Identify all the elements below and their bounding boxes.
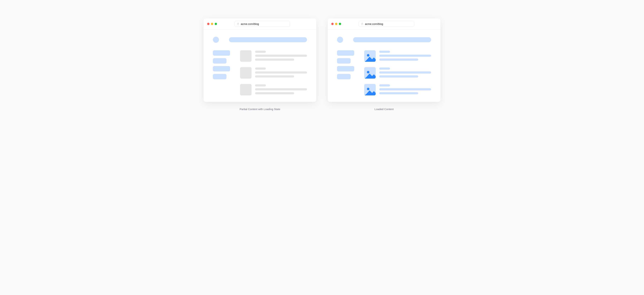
article-list-loaded xyxy=(364,50,431,95)
svg-point-2 xyxy=(367,54,370,57)
sidebar-item-placeholder xyxy=(213,74,226,79)
url-text: acme.com/blog xyxy=(365,22,383,26)
close-icon[interactable] xyxy=(331,23,334,25)
thumbnail-image xyxy=(364,84,376,95)
title-placeholder xyxy=(255,84,266,87)
title-placeholder xyxy=(255,51,266,53)
svg-rect-0 xyxy=(238,24,239,25)
text-placeholder xyxy=(255,88,307,90)
sidebar-item-placeholder xyxy=(213,66,230,71)
browser-chrome: acme.com/blog xyxy=(204,19,316,30)
image-icon xyxy=(364,50,376,62)
text-placeholder xyxy=(255,59,294,61)
image-icon xyxy=(364,84,376,95)
example-loading-state: acme.com/blog xyxy=(204,19,316,111)
minimize-icon[interactable] xyxy=(335,23,338,25)
thumbnail-image xyxy=(364,50,376,62)
text-placeholder xyxy=(255,75,294,78)
browser-window: acme.com/blog xyxy=(204,19,316,102)
traffic-lights xyxy=(207,23,217,25)
text-placeholder xyxy=(255,55,307,57)
list-item xyxy=(240,67,307,79)
sidebar-item-placeholder xyxy=(213,50,230,56)
text-placeholder xyxy=(379,55,431,57)
url-text: acme.com/blog xyxy=(241,22,259,26)
nav-placeholder xyxy=(353,37,431,42)
svg-point-4 xyxy=(367,88,370,90)
maximize-icon[interactable] xyxy=(215,23,217,25)
browser-chrome: acme.com/blog xyxy=(328,19,440,30)
text-placeholder xyxy=(379,75,418,78)
title-placeholder xyxy=(379,51,390,53)
svg-rect-1 xyxy=(362,24,363,25)
close-icon[interactable] xyxy=(207,23,210,25)
list-item xyxy=(364,50,431,62)
thumbnail-placeholder xyxy=(240,67,252,79)
text-placeholder xyxy=(255,71,307,74)
title-placeholder xyxy=(379,84,390,87)
sidebar-item-placeholder xyxy=(337,50,354,56)
text-placeholder xyxy=(255,92,294,94)
logo-placeholder xyxy=(213,37,219,43)
title-placeholder xyxy=(379,68,390,70)
example-loaded-state: acme.com/blog xyxy=(328,19,440,111)
text-placeholder xyxy=(379,71,431,74)
maximize-icon[interactable] xyxy=(339,23,341,25)
traffic-lights xyxy=(331,23,341,25)
caption: Partial Content with Loading State xyxy=(240,108,280,111)
nav-placeholder xyxy=(229,37,307,42)
lock-icon xyxy=(237,23,239,25)
thumbnail-placeholder xyxy=(240,50,252,62)
page-content xyxy=(204,30,316,102)
address-bar[interactable]: acme.com/blog xyxy=(234,21,290,27)
image-icon xyxy=(364,67,376,79)
minimize-icon[interactable] xyxy=(211,23,213,25)
sidebar-item-placeholder xyxy=(337,66,354,71)
article-list-loading xyxy=(240,50,307,95)
sidebar-placeholder xyxy=(213,50,230,95)
thumbnail-image xyxy=(364,67,376,79)
text-placeholder xyxy=(379,92,418,94)
sidebar-placeholder xyxy=(337,50,354,95)
list-item xyxy=(364,67,431,79)
title-placeholder xyxy=(255,68,266,70)
lock-icon xyxy=(361,23,364,25)
browser-window: acme.com/blog xyxy=(328,19,440,102)
sidebar-item-placeholder xyxy=(213,58,226,64)
list-item xyxy=(364,84,431,95)
logo-placeholder xyxy=(337,37,343,43)
caption: Loaded Content xyxy=(374,108,394,111)
address-bar[interactable]: acme.com/blog xyxy=(359,21,414,27)
text-placeholder xyxy=(379,88,431,90)
svg-point-3 xyxy=(367,71,370,73)
sidebar-item-placeholder xyxy=(337,58,350,64)
list-item xyxy=(240,50,307,62)
page-content xyxy=(328,30,440,102)
sidebar-item-placeholder xyxy=(337,74,350,79)
list-item xyxy=(240,84,307,95)
thumbnail-placeholder xyxy=(240,84,252,95)
text-placeholder xyxy=(379,59,418,61)
